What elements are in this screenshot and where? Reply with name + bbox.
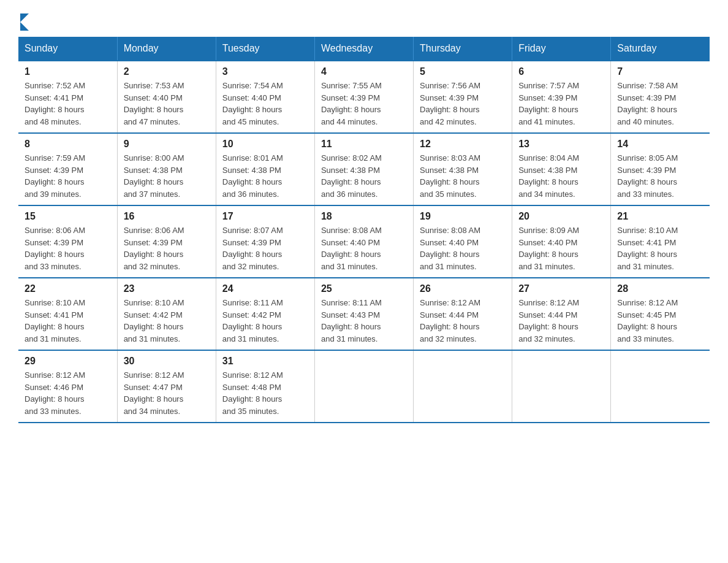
- logo: [18, 12, 29, 31]
- day-info: Sunrise: 8:10 AMSunset: 4:41 PMDaylight:…: [617, 226, 678, 271]
- day-info: Sunrise: 8:12 AMSunset: 4:47 PMDaylight:…: [124, 370, 184, 416]
- day-info: Sunrise: 8:00 AMSunset: 4:38 PMDaylight:…: [124, 153, 184, 199]
- day-number: 27: [518, 283, 604, 294]
- calendar-cell: 21Sunrise: 8:10 AMSunset: 4:41 PMDayligh…: [611, 205, 710, 278]
- header-wednesday: Wednesday: [314, 37, 413, 61]
- page-header: [18, 12, 710, 31]
- day-number: 23: [124, 283, 210, 294]
- day-info: Sunrise: 7:56 AMSunset: 4:39 PMDaylight:…: [420, 81, 480, 126]
- calendar-cell: 29Sunrise: 8:12 AMSunset: 4:46 PMDayligh…: [18, 350, 117, 423]
- calendar-cell: 26Sunrise: 8:12 AMSunset: 4:44 PMDayligh…: [414, 278, 512, 350]
- day-number: 30: [124, 356, 210, 367]
- day-number: 24: [222, 283, 308, 294]
- header-tuesday: Tuesday: [216, 37, 314, 61]
- calendar-week-row: 15Sunrise: 8:06 AMSunset: 4:39 PMDayligh…: [18, 205, 710, 278]
- calendar-cell: 25Sunrise: 8:11 AMSunset: 4:43 PMDayligh…: [314, 278, 413, 350]
- calendar-cell: 15Sunrise: 8:06 AMSunset: 4:39 PMDayligh…: [18, 205, 117, 278]
- day-number: 4: [321, 66, 407, 77]
- day-info: Sunrise: 8:12 AMSunset: 4:46 PMDaylight:…: [25, 370, 85, 416]
- day-info: Sunrise: 8:05 AMSunset: 4:39 PMDaylight:…: [617, 153, 678, 199]
- calendar-cell: [512, 350, 611, 423]
- day-number: 2: [124, 66, 210, 77]
- day-info: Sunrise: 7:59 AMSunset: 4:39 PMDaylight:…: [25, 153, 85, 199]
- day-number: 10: [222, 139, 308, 150]
- day-info: Sunrise: 7:55 AMSunset: 4:39 PMDaylight:…: [321, 81, 382, 126]
- calendar-week-row: 22Sunrise: 8:10 AMSunset: 4:41 PMDayligh…: [18, 278, 710, 350]
- calendar-week-row: 8Sunrise: 7:59 AMSunset: 4:39 PMDaylight…: [18, 133, 710, 205]
- day-number: 22: [25, 283, 111, 294]
- day-number: 13: [518, 139, 604, 150]
- day-number: 28: [617, 283, 703, 294]
- calendar-cell: [611, 350, 710, 423]
- day-number: 18: [321, 211, 407, 222]
- day-info: Sunrise: 8:02 AMSunset: 4:38 PMDaylight:…: [321, 153, 382, 199]
- day-number: 21: [617, 211, 703, 222]
- calendar-cell: 16Sunrise: 8:06 AMSunset: 4:39 PMDayligh…: [117, 205, 216, 278]
- day-info: Sunrise: 8:10 AMSunset: 4:41 PMDaylight:…: [25, 298, 85, 343]
- header-sunday: Sunday: [18, 37, 117, 61]
- calendar-cell: 31Sunrise: 8:12 AMSunset: 4:48 PMDayligh…: [216, 350, 314, 423]
- day-info: Sunrise: 8:12 AMSunset: 4:45 PMDaylight:…: [617, 298, 678, 343]
- day-number: 31: [222, 356, 308, 367]
- calendar-cell: 3Sunrise: 7:54 AMSunset: 4:40 PMDaylight…: [216, 61, 314, 133]
- day-number: 7: [617, 66, 703, 77]
- day-info: Sunrise: 7:58 AMSunset: 4:39 PMDaylight:…: [617, 81, 678, 126]
- day-info: Sunrise: 7:54 AMSunset: 4:40 PMDaylight:…: [222, 81, 283, 126]
- day-number: 6: [518, 66, 604, 77]
- day-info: Sunrise: 8:06 AMSunset: 4:39 PMDaylight:…: [124, 226, 184, 271]
- calendar-cell: 27Sunrise: 8:12 AMSunset: 4:44 PMDayligh…: [512, 278, 611, 350]
- header-saturday: Saturday: [611, 37, 710, 61]
- day-info: Sunrise: 8:08 AMSunset: 4:40 PMDaylight:…: [420, 226, 480, 271]
- day-number: 1: [25, 66, 111, 77]
- calendar-table: SundayMondayTuesdayWednesdayThursdayFrid…: [18, 37, 710, 423]
- header-friday: Friday: [512, 37, 611, 61]
- day-number: 3: [222, 66, 308, 77]
- day-info: Sunrise: 8:12 AMSunset: 4:44 PMDaylight:…: [420, 298, 480, 343]
- calendar-cell: 13Sunrise: 8:04 AMSunset: 4:38 PMDayligh…: [512, 133, 611, 205]
- day-number: 20: [518, 211, 604, 222]
- calendar-cell: 2Sunrise: 7:53 AMSunset: 4:40 PMDaylight…: [117, 61, 216, 133]
- calendar-cell: 17Sunrise: 8:07 AMSunset: 4:39 PMDayligh…: [216, 205, 314, 278]
- day-info: Sunrise: 8:04 AMSunset: 4:38 PMDaylight:…: [518, 153, 579, 199]
- calendar-cell: 19Sunrise: 8:08 AMSunset: 4:40 PMDayligh…: [414, 205, 512, 278]
- day-info: Sunrise: 8:01 AMSunset: 4:38 PMDaylight:…: [222, 153, 283, 199]
- day-number: 11: [321, 139, 407, 150]
- day-number: 29: [25, 356, 111, 367]
- logo-triangle-top: [20, 13, 29, 22]
- day-number: 15: [25, 211, 111, 222]
- calendar-cell: 18Sunrise: 8:08 AMSunset: 4:40 PMDayligh…: [314, 205, 413, 278]
- day-number: 25: [321, 283, 407, 294]
- calendar-cell: 14Sunrise: 8:05 AMSunset: 4:39 PMDayligh…: [611, 133, 710, 205]
- calendar-header-row: SundayMondayTuesdayWednesdayThursdayFrid…: [18, 37, 710, 61]
- day-info: Sunrise: 8:10 AMSunset: 4:42 PMDaylight:…: [124, 298, 184, 343]
- calendar-cell: [414, 350, 512, 423]
- day-number: 16: [124, 211, 210, 222]
- day-info: Sunrise: 8:07 AMSunset: 4:39 PMDaylight:…: [222, 226, 283, 271]
- day-number: 8: [25, 139, 111, 150]
- day-info: Sunrise: 8:11 AMSunset: 4:42 PMDaylight:…: [222, 298, 283, 343]
- calendar-cell: [314, 350, 413, 423]
- calendar-cell: 30Sunrise: 8:12 AMSunset: 4:47 PMDayligh…: [117, 350, 216, 423]
- day-info: Sunrise: 8:08 AMSunset: 4:40 PMDaylight:…: [321, 226, 382, 271]
- header-monday: Monday: [117, 37, 216, 61]
- day-info: Sunrise: 8:12 AMSunset: 4:48 PMDaylight:…: [222, 370, 283, 416]
- day-number: 5: [420, 66, 506, 77]
- day-info: Sunrise: 7:57 AMSunset: 4:39 PMDaylight:…: [518, 81, 579, 126]
- day-info: Sunrise: 7:52 AMSunset: 4:41 PMDaylight:…: [25, 81, 85, 126]
- calendar-cell: 4Sunrise: 7:55 AMSunset: 4:39 PMDaylight…: [314, 61, 413, 133]
- day-info: Sunrise: 7:53 AMSunset: 4:40 PMDaylight:…: [124, 81, 184, 126]
- calendar-cell: 23Sunrise: 8:10 AMSunset: 4:42 PMDayligh…: [117, 278, 216, 350]
- calendar-week-row: 1Sunrise: 7:52 AMSunset: 4:41 PMDaylight…: [18, 61, 710, 133]
- calendar-week-row: 29Sunrise: 8:12 AMSunset: 4:46 PMDayligh…: [18, 350, 710, 423]
- day-info: Sunrise: 8:11 AMSunset: 4:43 PMDaylight:…: [321, 298, 382, 343]
- calendar-cell: 20Sunrise: 8:09 AMSunset: 4:40 PMDayligh…: [512, 205, 611, 278]
- calendar-cell: 6Sunrise: 7:57 AMSunset: 4:39 PMDaylight…: [512, 61, 611, 133]
- calendar-cell: 7Sunrise: 7:58 AMSunset: 4:39 PMDaylight…: [611, 61, 710, 133]
- day-info: Sunrise: 8:12 AMSunset: 4:44 PMDaylight:…: [518, 298, 579, 343]
- day-number: 9: [124, 139, 210, 150]
- day-number: 26: [420, 283, 506, 294]
- calendar-cell: 28Sunrise: 8:12 AMSunset: 4:45 PMDayligh…: [611, 278, 710, 350]
- calendar-cell: 24Sunrise: 8:11 AMSunset: 4:42 PMDayligh…: [216, 278, 314, 350]
- day-info: Sunrise: 8:06 AMSunset: 4:39 PMDaylight:…: [25, 226, 85, 271]
- calendar-cell: 22Sunrise: 8:10 AMSunset: 4:41 PMDayligh…: [18, 278, 117, 350]
